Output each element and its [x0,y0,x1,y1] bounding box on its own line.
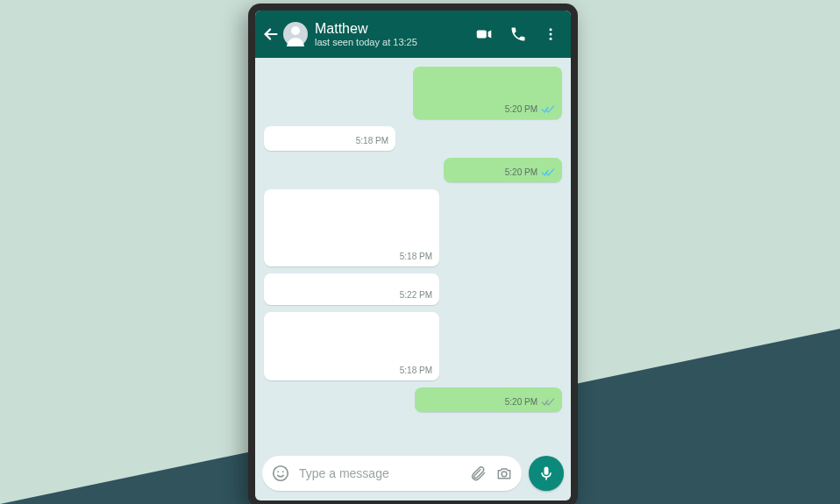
message-time: 5:20 PM [505,398,537,407]
svg-point-8 [282,471,284,472]
message-row: 5:18 PM [264,312,562,380]
message-row: 5:20 PM [264,158,562,182]
message-time: 5:18 PM [400,252,432,261]
app-screen: Matthew last seen today at 13:25 [255,11,571,500]
contact-info[interactable]: Matthew last seen today at 13:25 [315,21,474,47]
attachment-icon[interactable] [469,465,487,482]
chat-header: Matthew last seen today at 13:25 [255,11,571,58]
back-icon[interactable] [260,24,281,45]
composer-row: Type a message [255,453,571,500]
message-time: 5:22 PM [400,291,432,300]
svg-point-9 [502,472,507,477]
message-row: 5:18 PM [264,126,562,151]
video-call-icon[interactable] [474,25,494,44]
incoming-bubble[interactable]: 5:18 PM [264,189,439,266]
message-meta: 5:20 PM [451,168,555,177]
incoming-bubble[interactable]: 5:22 PM [264,273,439,305]
svg-point-4 [550,33,552,36]
read-ticks-icon [541,105,555,114]
outgoing-bubble[interactable]: 5:20 PM [413,67,562,119]
svg-marker-2 [488,30,492,38]
message-time: 5:18 PM [400,366,432,375]
message-row: 5:18 PM [264,189,562,266]
phone-frame: Matthew last seen today at 13:25 [248,4,578,504]
message-meta: 5:22 PM [271,291,432,300]
message-time: 5:18 PM [356,137,388,146]
read-ticks-icon [541,168,555,177]
voice-message-button[interactable] [529,456,564,491]
message-input-placeholder[interactable]: Type a message [299,466,460,480]
svg-point-3 [550,28,552,31]
chat-body[interactable]: 5:20 PM 5:18 PM5:20 PM 5:18 PM5:22 PM5:1… [255,58,571,453]
incoming-bubble[interactable]: 5:18 PM [264,312,439,380]
contact-status: last seen today at 13:25 [315,37,474,47]
message-row: 5:22 PM [264,273,562,305]
svg-point-5 [550,38,552,40]
message-time: 5:20 PM [505,168,537,177]
camera-icon[interactable] [495,465,513,482]
message-meta: 5:18 PM [271,366,432,375]
message-meta: 5:18 PM [271,252,432,261]
header-actions [474,25,559,44]
emoji-icon[interactable] [271,464,290,483]
message-row: 5:20 PM [264,387,562,412]
contact-name: Matthew [315,21,474,37]
svg-point-7 [277,471,279,472]
message-meta: 5:20 PM [422,398,555,407]
avatar[interactable] [283,22,308,46]
outgoing-bubble[interactable]: 5:20 PM [415,387,562,412]
message-composer[interactable]: Type a message [262,456,522,491]
outgoing-bubble[interactable]: 5:20 PM [444,158,562,182]
delivered-ticks-icon [541,398,555,407]
more-options-icon[interactable] [543,25,559,43]
incoming-bubble[interactable]: 5:18 PM [264,126,395,151]
message-time: 5:20 PM [505,105,537,114]
message-row: 5:20 PM [264,67,562,119]
message-meta: 5:18 PM [271,137,388,146]
message-meta: 5:20 PM [420,105,555,114]
voice-call-icon[interactable] [509,25,527,43]
svg-rect-1 [477,30,487,38]
svg-point-6 [274,466,288,481]
